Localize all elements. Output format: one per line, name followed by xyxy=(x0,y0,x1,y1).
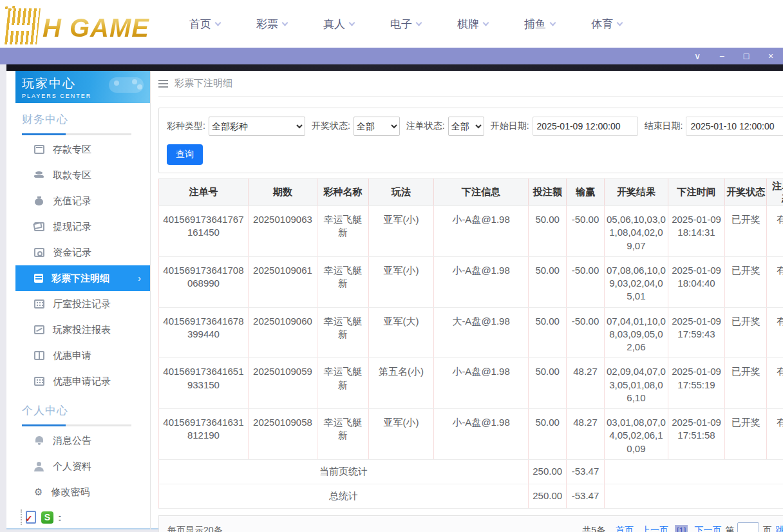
minimize-button[interactable]: − xyxy=(710,48,734,64)
window-top-dark-strip xyxy=(6,64,783,71)
sidebar-item-取款专区[interactable]: 取款专区 xyxy=(15,162,150,188)
sidebar-item-label: 提现记录 xyxy=(53,221,91,233)
cell-draw-status: 已开奖 xyxy=(725,206,767,257)
summary-bet-total: 250.00 xyxy=(529,484,567,508)
table-row: 40156917364167839944020250109060幸运飞艇新亚军(… xyxy=(159,307,783,358)
first-page-link[interactable]: 首页 xyxy=(616,525,634,532)
col-header-win-loss: 输赢 xyxy=(567,179,605,206)
nav-item-棋牌[interactable]: 棋牌 xyxy=(457,17,524,32)
cell-order-no: 401569173641708068990 xyxy=(159,256,249,307)
jump-action-link[interactable]: 跳转 xyxy=(775,525,783,532)
cell-period: 20250109058 xyxy=(248,409,317,460)
sidebar-item-label: 修改密码 xyxy=(51,486,90,499)
summary-row: 当前页统计250.00-53.47 xyxy=(159,459,783,484)
per-page-label: 每页显示20条 xyxy=(167,525,223,532)
cell-bet-info: 小-A盘@1.98 xyxy=(433,256,528,307)
cell-draw-result: 07,04,01,10,08,03,09,05,02,06 xyxy=(604,307,668,358)
draw-status-select[interactable]: 全部 xyxy=(354,117,400,136)
cell-order-status: 有效 xyxy=(767,256,783,307)
sidebar-item-玩家投注报表[interactable]: 玩家投注报表 xyxy=(15,317,150,343)
cell-win-loss: -50.00 xyxy=(567,256,605,307)
sidebar-item-label: 彩票下注明细 xyxy=(52,272,109,285)
cell-bet-time: 2025-01-09 17:59:43 xyxy=(668,307,724,358)
cell-draw-result: 03,01,08,07,04,05,02,06,10,09 xyxy=(604,409,668,460)
nav-item-首页[interactable]: 首页 xyxy=(189,17,256,32)
logo-bars-icon xyxy=(5,8,41,44)
gear-icon: ⚙ xyxy=(34,488,42,497)
sidebar-item-label: 存款专区 xyxy=(53,144,91,156)
sidebar-item-消息公告[interactable]: 消息公告 xyxy=(15,428,150,453)
summary-win-loss-total: -53.47 xyxy=(567,459,605,484)
cell-bet-time: 2025-01-09 18:14:31 xyxy=(668,206,724,257)
lottery-type-label: 彩种类型: xyxy=(167,120,205,132)
sidebar-item-存款专区[interactable]: 存款专区 xyxy=(15,137,150,162)
prev-page-link[interactable]: 上一页 xyxy=(641,525,668,532)
summary-win-loss-total: -53.47 xyxy=(567,484,605,508)
sidebar-item-优惠申请[interactable]: 优惠申请 xyxy=(15,343,150,368)
table-row: 40156917364170806899020250109061幸运飞艇新亚军(… xyxy=(159,256,783,307)
overlay-document-check-icon[interactable] xyxy=(26,511,36,524)
start-date-label: 开始日期: xyxy=(491,120,529,132)
maximize-button[interactable]: □ xyxy=(734,48,759,64)
sidebar-item-label: 优惠申请 xyxy=(53,350,91,362)
search-button[interactable]: 查询 xyxy=(167,144,203,165)
cell-bet-amount: 50.00 xyxy=(529,409,567,460)
cell-bet-time: 2025-01-09 17:51:58 xyxy=(668,409,724,460)
next-page-link[interactable]: 下一页 xyxy=(694,525,721,532)
cell-play: 亚军(小) xyxy=(369,409,434,460)
chevron-down-icon xyxy=(550,19,556,26)
summary-row: 总统计250.00-53.47 xyxy=(159,484,783,508)
cell-bet-info: 小-A盘@1.98 xyxy=(433,409,528,460)
nav-item-捕鱼[interactable]: 捕鱼 xyxy=(524,17,591,32)
sidebar-item-彩票下注明细[interactable]: 彩票下注明细› xyxy=(15,265,150,291)
site-header: H GAME 首页彩票真人电子棋牌捕鱼体育 xyxy=(0,0,783,48)
gamepad-icon xyxy=(109,73,145,95)
nav-item-label: 彩票 xyxy=(256,17,278,32)
table-header-row: 注单号期数彩种名称玩法下注信息投注额输赢开奖结果下注时间开奖状态注单状态 xyxy=(159,179,783,206)
summary-empty xyxy=(604,484,783,508)
order-status-select[interactable]: 全部 xyxy=(448,117,484,136)
sidebar-item-个人资料[interactable]: 个人资料 xyxy=(15,453,150,479)
nav-item-彩票[interactable]: 彩票 xyxy=(256,17,323,32)
nav-item-真人[interactable]: 真人 xyxy=(323,17,390,32)
overlay-sogou-icon[interactable]: S xyxy=(41,511,53,524)
table-row: 40156917364163181219020250109058幸运飞艇新亚军(… xyxy=(159,409,783,460)
page-jump-input[interactable] xyxy=(737,522,759,532)
cell-play: 亚军(小) xyxy=(369,206,434,257)
main-nav: 首页彩票真人电子棋牌捕鱼体育 xyxy=(189,17,658,32)
chevron-down-icon xyxy=(416,19,422,26)
sidebar-item-修改密码[interactable]: ⚙修改密码 xyxy=(15,479,150,505)
nav-item-电子[interactable]: 电子 xyxy=(390,17,457,32)
lottery-type-select[interactable]: 全部彩种 xyxy=(209,117,305,136)
jump-suffix-label: 页 xyxy=(762,525,771,532)
cell-draw-status: 已开奖 xyxy=(725,256,767,307)
hamburger-icon[interactable] xyxy=(158,80,168,88)
window-titlebar: ∨−□× xyxy=(0,48,783,64)
start-date-input[interactable] xyxy=(533,117,638,136)
chevron-down-icon xyxy=(483,19,489,26)
main-content: 彩票下注明细 彩种类型: 全部彩种 开奖状态: 全部 注单状态: 全部 xyxy=(151,71,783,529)
section-divider xyxy=(22,424,131,426)
sidebar-item-资金记录[interactable]: 资金记录 xyxy=(15,240,150,265)
cell-draw-status: 已开奖 xyxy=(725,307,767,358)
cell-period: 20250109059 xyxy=(248,358,317,409)
sidebar-item-厅室投注记录[interactable]: 厅室投注记录 xyxy=(15,291,150,317)
end-date-input[interactable] xyxy=(686,117,783,136)
dropdown-chevron-button[interactable]: ∨ xyxy=(685,48,710,64)
close-button[interactable]: × xyxy=(759,48,783,64)
breadcrumb: 彩票下注明细 xyxy=(158,71,783,97)
sidebar-item-优惠申请记录[interactable]: 优惠申请记录 xyxy=(15,368,150,394)
sidebar-item-提现记录[interactable]: 提现记录 xyxy=(15,214,150,240)
filter-panel: 彩种类型: 全部彩种 开奖状态: 全部 注单状态: 全部 开始日期: 结束日期: xyxy=(158,108,783,173)
cell-period: 20250109060 xyxy=(248,307,317,358)
cell-draw-result: 02,09,04,07,03,05,01,08,06,10 xyxy=(604,358,668,409)
overlay-more-dots-icon[interactable]: -- xyxy=(59,513,61,521)
cell-play: 亚军(小) xyxy=(369,256,434,307)
pagination-bar: 每页显示20条 共5条 首页 上一页 [1] 下一页 第 页 跳转 xyxy=(158,515,783,532)
chevron-down-icon xyxy=(215,19,222,26)
bell-icon xyxy=(34,436,44,445)
nav-item-体育[interactable]: 体育 xyxy=(591,17,658,32)
report-icon xyxy=(34,325,44,334)
sidebar-item-充值记录[interactable]: 充值记录 xyxy=(15,188,150,214)
gift-icon xyxy=(34,351,44,360)
